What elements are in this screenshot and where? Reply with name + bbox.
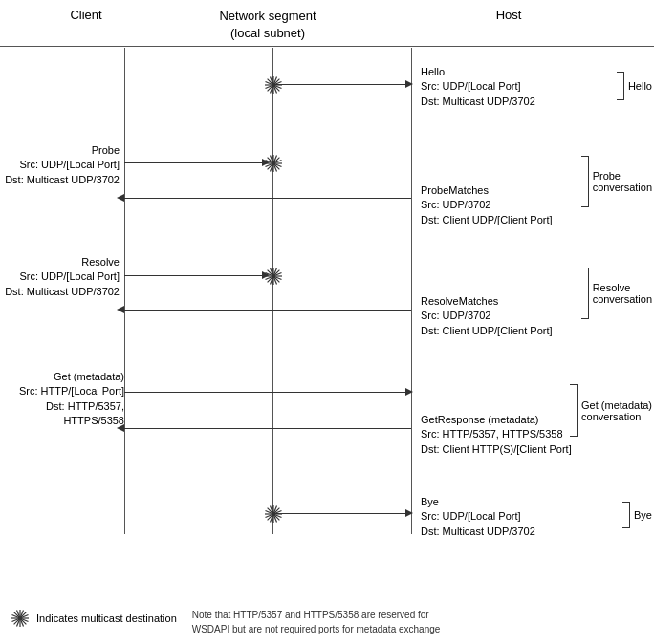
- label-resolvematches: ResolveMatchesSrc: UDP/3702Dst: Client U…: [421, 294, 569, 338]
- bracket-probe-conv: Probeconversation: [581, 156, 652, 207]
- arrow-resolvematches-head: [117, 306, 124, 313]
- starburst-bye: [263, 504, 284, 526]
- arrow-resolvematches-line: [124, 310, 411, 311]
- label-resolve: ResolveSrc: UDP/[Local Port]Dst: Multica…: [5, 255, 120, 299]
- footer-note: Note that HTTP/5357 and HTTPS/5358 are r…: [192, 608, 441, 636]
- arrow-bye-head: [405, 509, 413, 517]
- bracket-get-conv: Get (metadata)conversation: [570, 384, 652, 437]
- arrow-bye-line: [272, 513, 411, 514]
- footer: Indicates multicast destination Note tha…: [0, 608, 654, 636]
- col-host-header: Host: [363, 8, 654, 42]
- arrow-hello-head: [405, 80, 413, 88]
- footer-icon-area: Indicates multicast destination: [10, 608, 177, 629]
- starburst-hello: [263, 75, 284, 97]
- vline-network: [272, 48, 273, 534]
- col-network-header: Network segment(local subnet): [172, 8, 363, 42]
- arrow-probe-line: [124, 162, 268, 163]
- bracket-resolve-conv: Resolveconversation: [581, 268, 652, 319]
- label-hello: HelloSrc: UDP/[Local Port]Dst: Multicast…: [421, 65, 564, 109]
- arrow-resolve-line: [124, 275, 268, 276]
- arrow-getresponse-head: [117, 424, 124, 432]
- label-bye: ByeSrc: UDP/[Local Port]Dst: Multicast U…: [421, 495, 564, 539]
- diagram-container: Client Network segment(local subnet) Hos…: [0, 0, 654, 644]
- footer-icon-label: Indicates multicast destination: [36, 612, 177, 624]
- vline-host: [411, 48, 412, 534]
- col-client-header: Client: [0, 8, 172, 42]
- label-probematches: ProbeMatchesSrc: UDP/3702Dst: Client UDP…: [421, 183, 569, 227]
- label-get: Get (metadata)Src: HTTP/[Local Port]Dst:…: [5, 370, 124, 429]
- label-probe: ProbeSrc: UDP/[Local Port]Dst: Multicast…: [5, 143, 120, 187]
- arrow-probematches-head: [117, 194, 124, 202]
- arrow-get-head: [405, 388, 413, 396]
- starburst-resolve: [263, 266, 284, 289]
- arrow-hello-line: [272, 84, 411, 85]
- arrow-getresponse-line: [124, 428, 411, 429]
- header-divider: [0, 46, 654, 47]
- column-headers: Client Network segment(local subnet) Hos…: [0, 8, 654, 42]
- arrow-probematches-line: [124, 198, 411, 199]
- arrow-get-line: [124, 392, 411, 393]
- vline-client: [124, 48, 125, 534]
- starburst-legend-icon: [10, 608, 31, 629]
- starburst-probe: [263, 153, 284, 176]
- bracket-hello: Hello: [617, 72, 652, 100]
- label-getresponse: GetResponse (metadata)Src: HTTP/5357, HT…: [421, 413, 572, 457]
- bracket-bye: Bye: [622, 502, 652, 528]
